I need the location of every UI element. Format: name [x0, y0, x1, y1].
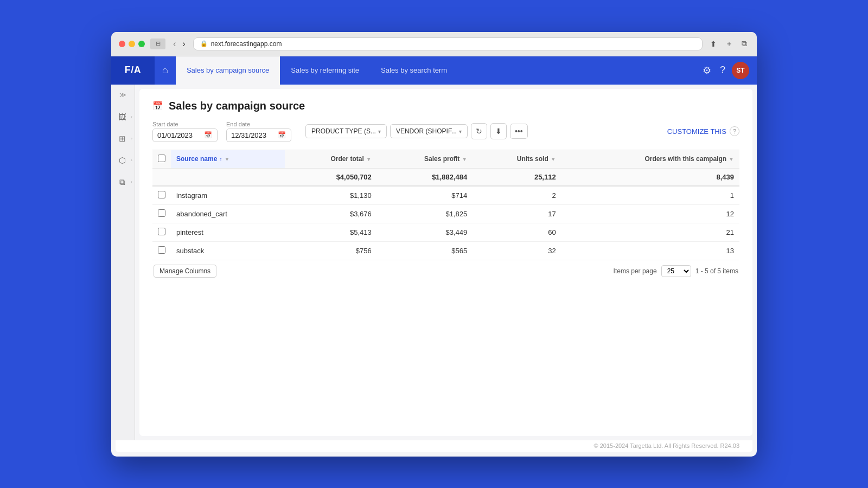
summary-order-total: $4,050,702 [285, 168, 376, 186]
url-text: next.forecastingapp.com [211, 40, 282, 48]
back-button[interactable]: ‹ [171, 39, 178, 49]
row-order-total-3: $756 [285, 241, 376, 260]
start-date-input-wrap[interactable]: 📅 [152, 129, 218, 142]
table-row: pinterest $5,413 $3,449 60 21 [152, 223, 739, 241]
row-orders-campaign-3: 13 [561, 241, 739, 260]
row-checkbox-1[interactable] [158, 209, 165, 217]
forward-button[interactable]: › [180, 39, 187, 49]
start-date-input[interactable] [157, 131, 201, 139]
table-footer: Manage Columns Items per page 25 50 100 … [152, 265, 739, 278]
col-source-name[interactable]: Source name ↑ ▼ [171, 150, 285, 168]
row-checkbox-cell-2[interactable] [152, 223, 171, 241]
end-date-group: End date 📅 [226, 121, 291, 142]
download-button[interactable]: ⬇ [490, 123, 507, 139]
minimize-button[interactable] [129, 41, 135, 47]
sidebar: ≫ 🖼 › ⊞ › ⬡ › ⧉ › [111, 85, 135, 440]
help-icon[interactable]: ? [718, 62, 727, 78]
vendor-filter[interactable]: VENDOR (SHOPIF... ▾ [390, 124, 468, 138]
row-checkbox-3[interactable] [158, 246, 165, 254]
row-sales-profit-1: $1,825 [377, 204, 473, 223]
select-all-header[interactable] [152, 150, 171, 168]
sort-asc-icon: ↑ [219, 156, 222, 162]
col-order-total[interactable]: Order total ▼ [285, 150, 376, 168]
row-checkbox-2[interactable] [158, 228, 165, 235]
box-icon[interactable]: ⬡ [113, 152, 131, 169]
manage-columns-button[interactable]: Manage Columns [154, 265, 216, 278]
orders-campaign-label: Orders with this campaign [644, 155, 726, 163]
end-date-calendar-icon[interactable]: 📅 [278, 131, 286, 139]
settings-icon[interactable]: ⚙ [700, 62, 713, 79]
app-logo[interactable]: F/A [111, 56, 155, 85]
summary-sales-profit: $1,882,484 [377, 168, 473, 186]
copy-icon[interactable]: ⧉ [113, 174, 131, 191]
browser-actions: ⬆ ＋ ⧉ [708, 38, 749, 50]
source-name-filter-icon[interactable]: ▼ [224, 156, 229, 162]
product-type-chevron: ▾ [378, 129, 381, 134]
tab-campaign-source[interactable]: Sales by campaign source [176, 56, 280, 85]
nav-buttons: ‹ › [171, 39, 188, 49]
photos-icon[interactable]: 🖼 [113, 108, 131, 126]
select-all-checkbox[interactable] [158, 155, 165, 162]
product-type-filter[interactable]: PRODUCT TYPE (S... ▾ [305, 124, 387, 138]
page-range: 1 - 5 of 5 items [695, 267, 738, 275]
row-checkbox-0[interactable] [158, 191, 165, 198]
sales-profit-filter-icon[interactable]: ▼ [462, 156, 467, 162]
page-content: 📅 Sales by campaign source Start date 📅 … [139, 89, 752, 436]
table-row: substack $756 $565 32 13 [152, 241, 739, 260]
home-button[interactable]: ⌂ [155, 56, 176, 85]
customize-button[interactable]: CUSTOMIZE THIS [667, 127, 726, 136]
row-source-name-0: instagram [171, 186, 285, 205]
footer-text: © 2015-2024 Targetta Ltd. All Rights Res… [594, 442, 739, 449]
row-checkbox-cell-1[interactable] [152, 204, 171, 223]
col-sales-profit[interactable]: Sales profit ▼ [377, 150, 473, 168]
filter-buttons: PRODUCT TYPE (S... ▾ VENDOR (SHOPIF... ▾… [305, 123, 528, 139]
units-sold-filter-icon[interactable]: ▼ [551, 156, 556, 162]
sidebar-item-photos[interactable]: 🖼 › [111, 107, 135, 127]
customize-help-icon[interactable]: ? [730, 126, 739, 136]
sidebar-item-copy[interactable]: ⧉ › [111, 172, 135, 192]
source-name-label: Source name [176, 155, 217, 163]
customize-row: CUSTOMIZE THIS ? [667, 126, 739, 136]
page-calendar-icon: 📅 [152, 101, 163, 111]
tab-search-term[interactable]: Sales by search term [370, 56, 458, 85]
box-chevron: › [131, 158, 132, 163]
data-table: Source name ↑ ▼ Order total ▼ [152, 150, 739, 260]
order-total-label: Order total [330, 155, 363, 163]
vendor-label: VENDOR (SHOPIF... [396, 127, 457, 135]
more-options-button[interactable]: ••• [510, 124, 528, 139]
avatar[interactable]: ST [732, 62, 749, 79]
end-date-input[interactable] [231, 131, 275, 139]
new-tab-button[interactable]: ＋ [723, 38, 735, 50]
items-per-page-select[interactable]: 25 50 100 [661, 265, 691, 277]
order-total-filter-icon[interactable]: ▼ [366, 156, 372, 162]
tabs-button[interactable]: ⧉ [739, 38, 749, 50]
orders-campaign-filter-icon[interactable]: ▼ [729, 156, 734, 162]
address-bar[interactable]: 🔒 next.forecastingapp.com [193, 37, 703, 50]
sidebar-toggle-button[interactable]: ⊟ [150, 38, 165, 49]
tab-referring-site[interactable]: Sales by referring site [280, 56, 370, 85]
end-date-label: End date [226, 121, 291, 127]
refresh-button[interactable]: ↻ [471, 123, 487, 139]
col-units-sold[interactable]: Units sold ▼ [473, 150, 561, 168]
sidebar-item-box[interactable]: ⬡ › [111, 151, 135, 170]
row-checkbox-cell-0[interactable] [152, 186, 171, 205]
start-date-calendar-icon[interactable]: 📅 [204, 131, 212, 139]
row-sales-profit-0: $714 [377, 186, 473, 205]
row-sales-profit-3: $565 [377, 241, 473, 260]
close-button[interactable] [119, 41, 125, 47]
end-date-input-wrap[interactable]: 📅 [226, 129, 291, 142]
start-date-label: Start date [152, 121, 218, 127]
col-orders-campaign[interactable]: Orders with this campaign ▼ [561, 150, 739, 168]
table-row: abandoned_cart $3,676 $1,825 17 12 [152, 204, 739, 223]
nav-right: ⚙ ? ST [700, 56, 757, 85]
row-checkbox-cell-3[interactable] [152, 241, 171, 260]
maximize-button[interactable] [138, 41, 145, 47]
row-orders-campaign-1: 12 [561, 204, 739, 223]
traffic-lights [119, 41, 145, 47]
share-button[interactable]: ⬆ [708, 38, 719, 50]
sidebar-expand-button[interactable]: ≫ [117, 89, 129, 101]
row-source-name-3: substack [171, 241, 285, 260]
sidebar-item-layers[interactable]: ⊞ › [111, 129, 135, 149]
row-source-name-1: abandoned_cart [171, 204, 285, 223]
layers-icon[interactable]: ⊞ [113, 130, 131, 147]
